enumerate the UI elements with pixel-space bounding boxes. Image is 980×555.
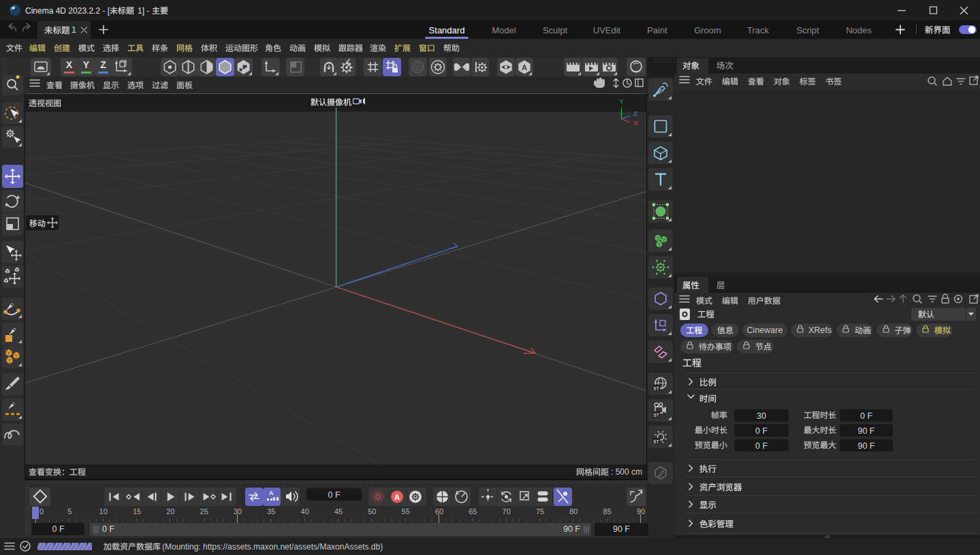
svg-text:ST: ST xyxy=(653,439,659,444)
svg-text:A: A xyxy=(394,493,400,501)
svg-text:ST: ST xyxy=(653,413,659,417)
svg-text:ST: ST xyxy=(653,386,659,391)
svg-text:A: A xyxy=(522,63,527,72)
